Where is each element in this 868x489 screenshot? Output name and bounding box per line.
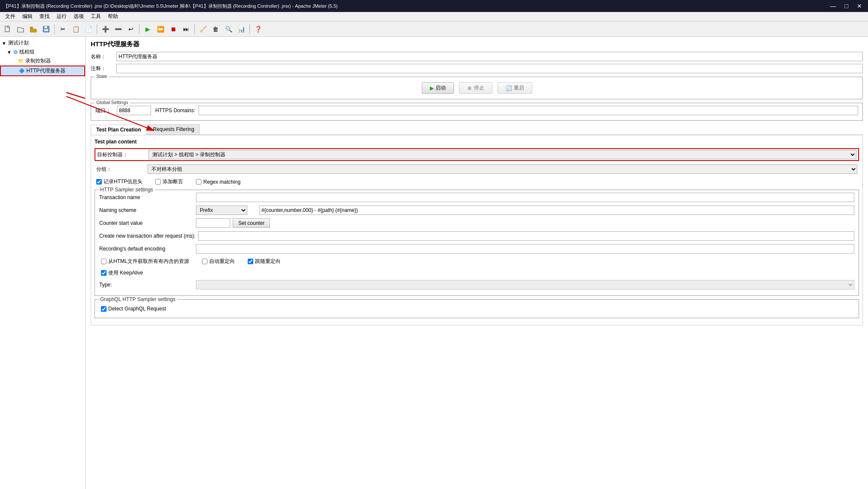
type-select[interactable]: [196, 280, 854, 289]
checkboxes-row: 记录HTTP信息头 添加断言 Regex matching: [95, 177, 859, 186]
toolbar-remote[interactable]: 📊: [235, 23, 247, 35]
target-controller-select[interactable]: 测试计划 > 线程组 > 录制控制器: [148, 150, 856, 159]
stop-button[interactable]: ⏹ 停止: [459, 82, 492, 94]
detect-graphql-checkbox[interactable]: [101, 306, 107, 312]
menu-find[interactable]: 查找: [36, 12, 53, 21]
tree-label-http-proxy: HTTP代理服务器: [26, 67, 65, 75]
group-row: 分组： 不对样本分组: [95, 164, 859, 175]
group-label: 分组：: [96, 166, 148, 173]
comment-label: 注释：: [91, 65, 116, 72]
content-area: HTTP代理服务器 名称： 注释： State ▶ 启动 ⏹ 停止: [86, 37, 868, 489]
toolbar-add[interactable]: ➕: [99, 23, 111, 35]
keepalive-check[interactable]: 使用 KeepAlive: [101, 269, 143, 277]
toolbar-separator-5: [249, 24, 250, 34]
create-transaction-label: Create new transaction after request (ms…: [99, 233, 196, 239]
target-controller-row: 目标控制器： 测试计划 > 线程组 > 录制控制器: [95, 148, 859, 161]
minimize-button[interactable]: —: [828, 3, 839, 9]
toolbar-help[interactable]: ❓: [252, 23, 264, 35]
keepalive-checkbox[interactable]: [101, 270, 107, 276]
toolbar-open[interactable]: [27, 23, 39, 35]
tree-item-recording-controller[interactable]: 📁 录制控制器: [0, 57, 85, 66]
toolbar-copy[interactable]: 📋: [70, 23, 82, 35]
type-label: Type:: [99, 282, 193, 288]
maximize-button[interactable]: □: [842, 3, 851, 9]
record-http-checkbox[interactable]: [96, 179, 102, 185]
regex-match-label: Regex matching: [203, 179, 240, 185]
menu-options[interactable]: 选项: [70, 12, 87, 21]
toolbar-clear[interactable]: 🧹: [197, 23, 209, 35]
auto-redirect-check[interactable]: 自动重定向: [202, 258, 235, 265]
menu-run[interactable]: 运行: [53, 12, 70, 21]
toolbar-cut[interactable]: ✂: [57, 23, 69, 35]
follow-redirect-check[interactable]: 跟随重定向: [248, 258, 281, 265]
toolbar-separator-4: [194, 24, 195, 34]
restart-button[interactable]: 🔄 重启: [498, 82, 532, 94]
add-assert-check[interactable]: 添加断言: [155, 178, 183, 185]
auto-redirect-checkbox[interactable]: [202, 259, 207, 264]
encoding-label: Recording's default encoding: [99, 246, 193, 252]
port-input[interactable]: [117, 106, 151, 115]
toolbar-start-no-pause[interactable]: ⏩: [154, 23, 166, 35]
menu-file[interactable]: 文件: [2, 12, 19, 21]
auto-redirect-label: 自动重定向: [209, 258, 235, 265]
record-http-label: 记录HTTP信息头: [104, 178, 142, 185]
annotation-arrow: [0, 37, 85, 489]
encoding-input[interactable]: [196, 244, 854, 253]
regex-match-check[interactable]: Regex matching: [196, 179, 240, 185]
toolbar-paste[interactable]: 📄: [83, 23, 95, 35]
leaf-icon-proxy: [15, 69, 17, 74]
counter-start-input[interactable]: [196, 218, 230, 228]
keepalive-label: 使用 KeepAlive: [108, 269, 143, 277]
toolbar-start[interactable]: ▶: [142, 23, 154, 35]
toolbar-remove[interactable]: ➖: [112, 23, 124, 35]
toolbar-clear-all[interactable]: 🗑: [210, 23, 222, 35]
main-layout: ▼ 测试计划 ▼ ⚙ 线程组 📁 录制控制器 🔷 HTTP代理服务器: [0, 37, 868, 489]
counter-start-label: Counter start value: [99, 220, 193, 226]
tree-item-http-proxy[interactable]: 🔷 HTTP代理服务器: [0, 66, 85, 76]
toolbar-stop[interactable]: ⏹: [167, 23, 179, 35]
state-buttons: ▶ 启动 ⏹ 停止 🔄 重启: [95, 80, 858, 96]
menu-edit[interactable]: 编辑: [19, 12, 36, 21]
toolbar-open-templates[interactable]: [15, 23, 27, 35]
toolbar-shutdown[interactable]: ⏭: [180, 23, 192, 35]
create-transaction-input[interactable]: [198, 231, 854, 241]
toolbar-new[interactable]: [2, 23, 14, 35]
tab-requests-filtering[interactable]: Requests Filtering: [147, 124, 200, 134]
https-domains-input[interactable]: [198, 106, 858, 115]
svg-rect-1: [30, 27, 33, 28]
comment-input[interactable]: [116, 64, 863, 73]
toolbar-save[interactable]: [40, 23, 52, 35]
add-assert-checkbox[interactable]: [155, 179, 161, 185]
follow-redirect-label: 跟随重定向: [255, 258, 281, 265]
set-counter-button[interactable]: Set counter: [233, 218, 270, 228]
naming-pattern-input[interactable]: [259, 206, 854, 215]
tree-item-test-plan[interactable]: ▼ 测试计划: [0, 39, 85, 48]
regex-match-checkbox[interactable]: [196, 179, 201, 185]
naming-scheme-select[interactable]: Prefix Suffix Custom: [196, 206, 247, 215]
tree-item-thread-group[interactable]: ▼ ⚙ 线程组: [0, 48, 85, 57]
toolbar-undo[interactable]: ↩: [125, 23, 137, 35]
detect-graphql-check[interactable]: Detect GraphQL Request: [101, 306, 166, 312]
graphql-group: GraphQL HTTP Sampler settings Detect Gra…: [95, 299, 859, 318]
fetch-html-check[interactable]: 从HTML文件获取所有有内含的资源: [101, 258, 189, 265]
menu-tools[interactable]: 工具: [87, 12, 104, 21]
name-input[interactable]: [116, 52, 863, 61]
close-button[interactable]: ✕: [854, 3, 865, 9]
window-controls: — □ ✕: [828, 3, 865, 9]
detect-graphql-label: Detect GraphQL Request: [108, 306, 166, 312]
follow-redirect-checkbox[interactable]: [248, 259, 253, 264]
name-row: 名称：: [91, 52, 863, 61]
tab-test-plan-creation[interactable]: Test Plan Creation: [91, 125, 146, 135]
menu-help[interactable]: 帮助: [104, 12, 121, 21]
state-group-title: State: [95, 74, 109, 79]
encoding-row: Recording's default encoding: [99, 244, 854, 253]
group-select[interactable]: 不对样本分组: [148, 164, 857, 174]
fetch-html-checkbox[interactable]: [101, 259, 107, 264]
tree-label-thread-group: 线程组: [19, 48, 35, 56]
record-http-check[interactable]: 记录HTTP信息头: [96, 178, 142, 185]
transaction-name-input[interactable]: [196, 193, 854, 202]
start-button[interactable]: ▶ 启动: [422, 82, 454, 94]
toolbar-search[interactable]: 🔍: [222, 23, 234, 35]
toolbar: ✂ 📋 📄 ➕ ➖ ↩ ▶ ⏩ ⏹ ⏭ 🧹 🗑 🔍 📊 ❓: [0, 21, 868, 37]
svg-rect-0: [5, 26, 9, 32]
